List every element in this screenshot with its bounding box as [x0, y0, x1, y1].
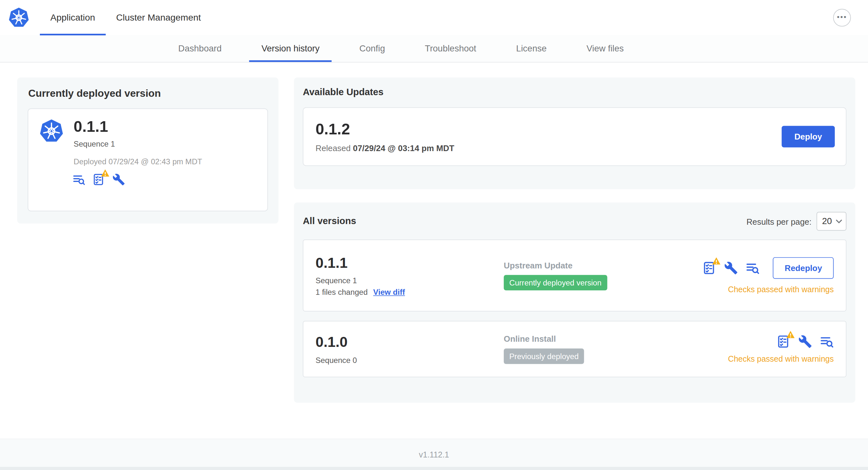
edit-config-icon[interactable]	[724, 261, 738, 275]
warning-triangle-icon	[712, 257, 721, 265]
deploy-button[interactable]: Deploy	[782, 126, 835, 147]
available-updates-title: Available Updates	[303, 87, 855, 98]
tab-application[interactable]: Application	[40, 0, 105, 35]
previously-deployed-badge: Previously deployed	[504, 348, 584, 364]
subnav-tab-config[interactable]: Config	[339, 35, 405, 62]
console-version-text: v1.112.1	[419, 450, 449, 459]
page-footer: v1.112.1	[0, 439, 868, 470]
version-source-label: Upstream Update	[504, 260, 687, 270]
tab-cluster-management[interactable]: Cluster Management	[105, 0, 211, 35]
subnav-tab-dashboard[interactable]: Dashboard	[158, 35, 242, 62]
preflight-checks-warning-icon[interactable]	[777, 335, 790, 348]
preflight-checks-warning-icon[interactable]	[92, 173, 105, 186]
results-per-page-label: Results per page:	[746, 217, 811, 226]
available-updates-panel: Available Updates 0.1.2 Released 07/29/2…	[294, 77, 856, 189]
deploy-logs-icon[interactable]	[746, 261, 760, 275]
results-per-page: Results per page: 20	[746, 212, 846, 231]
deploy-logs-icon[interactable]	[72, 173, 85, 186]
deployed-sequence-label: Sequence 1	[74, 139, 115, 148]
currently-deployed-badge: Currently deployed version	[504, 275, 607, 291]
kubernetes-logo-icon	[8, 7, 29, 28]
ellipsis-icon: •••	[837, 13, 847, 20]
subnav-tab-troubleshoot[interactable]: Troubleshoot	[405, 35, 496, 62]
subnav-tab-license[interactable]: License	[496, 35, 566, 62]
results-per-page-select[interactable]: 20	[816, 212, 846, 231]
redeploy-button[interactable]: Redeploy	[773, 257, 834, 279]
version-row-0-1-1: 0.1.1 Sequence 1 1 files changed View di…	[303, 239, 846, 311]
row-sequence-label: Sequence 0	[316, 356, 504, 365]
deployed-version-card: 0.1.1 Sequence 1 Deployed 07/29/24 @ 02:…	[28, 108, 268, 211]
all-versions-title: All versions	[303, 216, 356, 227]
warning-triangle-icon	[786, 330, 795, 338]
view-diff-link[interactable]: View diff	[373, 288, 405, 297]
edit-config-icon[interactable]	[798, 335, 812, 348]
currently-deployed-title: Currently deployed version	[28, 88, 279, 100]
row-version-number: 0.1.1	[316, 254, 504, 272]
subnav-tab-version-history[interactable]: Version history	[242, 35, 339, 62]
row-sequence-label: Sequence 1	[316, 276, 504, 285]
deploy-logs-icon[interactable]	[820, 335, 834, 348]
warning-triangle-icon	[101, 169, 110, 177]
deployed-date-text: Deployed 07/29/24 @ 02:43 pm MDT	[74, 157, 267, 166]
app-subnav: Dashboard Version history Config Trouble…	[0, 35, 868, 62]
top-tabs: Application Cluster Management	[40, 0, 211, 35]
kubernetes-app-icon	[39, 119, 64, 143]
checks-status-text: Checks passed with warnings	[728, 285, 834, 294]
version-source-label: Online Install	[504, 334, 687, 343]
top-nav-bar: Application Cluster Management •••	[0, 0, 868, 36]
update-version-number: 0.1.2	[316, 121, 846, 138]
admin-console-page: Application Cluster Management ••• Dashb…	[0, 0, 868, 470]
checks-status-text: Checks passed with warnings	[728, 355, 834, 364]
more-menu-button[interactable]: •••	[833, 9, 851, 27]
edit-config-icon[interactable]	[112, 173, 125, 186]
deployed-version-number: 0.1.1	[74, 118, 115, 136]
update-released-date: 07/29/24 @ 03:14 pm MDT	[353, 143, 454, 153]
all-versions-panel: All versions Results per page: 20 0.1.1 …	[294, 203, 856, 403]
currently-deployed-panel: Currently deployed version 0.1.1 Sequenc…	[17, 77, 278, 224]
update-released-text: Released 07/29/24 @ 03:14 pm MDT	[316, 143, 846, 153]
bottom-edge-strip	[0, 467, 868, 470]
subnav-tab-view-files[interactable]: View files	[566, 35, 644, 62]
chevron-down-icon	[836, 219, 842, 223]
available-update-card: 0.1.2 Released 07/29/24 @ 03:14 pm MDT D…	[303, 107, 846, 166]
files-changed-text: 1 files changed	[316, 288, 368, 297]
version-row-0-1-0: 0.1.0 Sequence 0 Online Install Previous…	[303, 321, 846, 377]
row-version-number: 0.1.0	[316, 334, 504, 351]
preflight-checks-warning-icon[interactable]	[703, 261, 716, 275]
